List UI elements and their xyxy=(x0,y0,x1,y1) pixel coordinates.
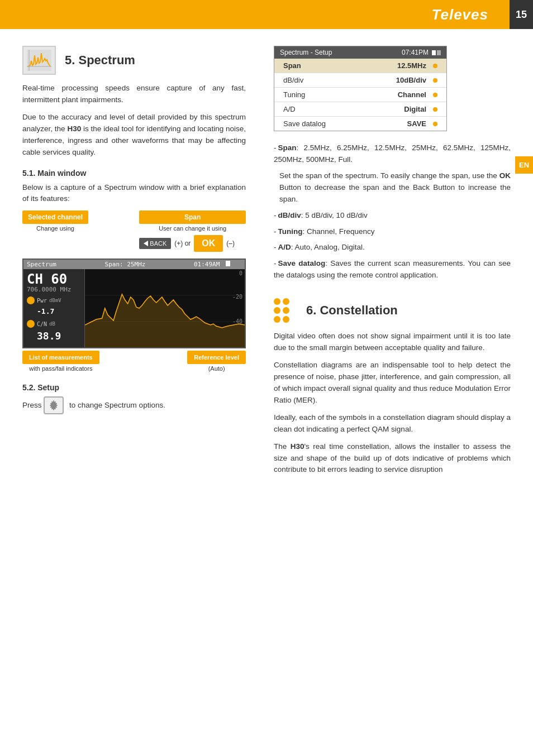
reflevel-label: Reference level xyxy=(187,351,246,364)
annotation-row-top: Selected channel Change using Span User … xyxy=(22,210,246,256)
setup-desc-row: Press to change Spectrum options. xyxy=(22,396,246,414)
setup-row-value: SAVE xyxy=(407,119,426,128)
setup-row-label: Tuning xyxy=(283,90,305,99)
spectrum-screen: Spectrum Span: 25MHz 01:49AM CH xyxy=(22,259,246,348)
button-row: BACK (+) or OK (–) xyxy=(139,235,246,252)
setup-desc-text: to change Spectrum options. xyxy=(69,401,165,409)
channel-number: CH 60 xyxy=(27,272,81,286)
page-header: Televes 15 xyxy=(0,0,533,29)
section6-para3: Ideally, each of the symbols in a conste… xyxy=(274,412,511,436)
right-column: Spectrum - Setup 07:41PM Span 12.5MHz dB… xyxy=(263,29,533,492)
reflevel-sub-label: (Auto) xyxy=(187,365,246,372)
list-label: List of measurements xyxy=(22,351,99,364)
setup-row-value: Digital xyxy=(404,105,426,113)
span-label: Span xyxy=(139,210,246,224)
setup-row-tuning: Tuning Channel xyxy=(274,88,446,102)
cn-value: 38.9 xyxy=(37,330,61,342)
section6-para4-suffix: 's real time constellation, allows the i… xyxy=(274,442,511,474)
back-button[interactable]: BACK xyxy=(139,238,171,249)
db-label-minus20: -20 xyxy=(232,294,242,300)
c-dot-empty xyxy=(292,307,298,314)
cn-icon xyxy=(27,320,35,328)
battery-icon xyxy=(226,261,241,266)
back-arrow-icon xyxy=(144,241,148,246)
page-number: 15 xyxy=(510,0,533,29)
setup-row-a/d: A/D Digital xyxy=(274,102,446,117)
battery-icon-2 xyxy=(432,50,441,55)
spectrum-span-label: Span: 25MHz xyxy=(105,261,146,268)
spectrum-screen-header: Spectrum Span: 25MHz 01:49AM xyxy=(23,260,245,269)
setup-table-time-area: 07:41PM xyxy=(402,49,441,56)
bullet-save-datalog: -Save datalog: Saves the current scan me… xyxy=(274,258,511,281)
setup-row-value-area: SAVE xyxy=(407,119,437,128)
c-dot xyxy=(283,316,289,323)
setup-row-value: Channel xyxy=(398,90,426,99)
setup-row-span: Span 12.5MHz xyxy=(274,59,446,73)
db-label-0: 0 xyxy=(239,270,242,276)
plus-label: (+) or xyxy=(174,240,191,247)
section6-title: 6. Constellation xyxy=(306,303,398,318)
setup-row-value: 12.5MHz xyxy=(397,61,426,70)
section6-para1: Digital video often does not show signal… xyxy=(274,331,511,354)
spectrum-time: 01:49AM xyxy=(194,261,241,268)
spectrum-waveform-icon xyxy=(27,50,51,71)
subsection51-desc: Below is a capture of a Spectrum window … xyxy=(22,182,246,205)
pwr-label: Pwr xyxy=(37,298,47,304)
change-using-label: Change using xyxy=(22,225,88,232)
list-annotation: List of measurements with pass/fail indi… xyxy=(22,351,99,372)
selected-channel-label: Selected channel xyxy=(22,210,88,224)
c-dot-empty xyxy=(292,316,298,323)
setup-row-db/div: dB/div 10dB/div xyxy=(274,73,446,88)
left-column: 5. Spectrum Real-time processing speeds … xyxy=(0,29,263,492)
setup-row-value-area: 10dB/div xyxy=(396,76,437,84)
minus-label: (–) xyxy=(226,240,235,247)
db-label-minus40: -40 xyxy=(232,318,242,324)
spectrum-icon-box xyxy=(22,46,56,75)
spectrum-time-value: 01:49AM xyxy=(194,261,220,268)
svg-marker-7 xyxy=(85,294,245,347)
setup-row-value-area: Channel xyxy=(398,90,437,99)
setup-row-dot xyxy=(433,107,437,112)
setup-table-time: 07:41PM xyxy=(402,49,429,56)
pwr-stat: Pwr dBmV xyxy=(27,296,81,304)
c-dot xyxy=(283,307,289,314)
cn-label: C/N xyxy=(37,321,47,327)
pwr-unit: dBmV xyxy=(49,298,61,303)
setup-row-label: Save datalog xyxy=(283,119,326,128)
section5-header: 5. Spectrum xyxy=(22,46,246,75)
setup-press-label: Press xyxy=(22,401,42,409)
setup-row-label: Span xyxy=(283,61,301,70)
cn-stat: C/N dB xyxy=(27,320,81,328)
pwr-value: -1.7 xyxy=(37,307,54,315)
back-button-label: BACK xyxy=(150,240,166,247)
spectrum-screen-body: CH 60 706.0000 MHz Pwr dBmV -1.7 C/N xyxy=(23,269,245,347)
section5-para2-suffix: is the ideal tool for identifying and lo… xyxy=(22,125,246,156)
language-badge: EN xyxy=(515,156,533,174)
section5-para2: Due to the accuracy and level of detail … xyxy=(22,112,246,159)
cn-unit: dB xyxy=(49,321,55,327)
setup-row-dot xyxy=(433,78,437,83)
c-dot xyxy=(274,316,280,323)
spectrum-chart: 0 -20 -40 xyxy=(85,269,245,347)
c-dot xyxy=(274,307,280,314)
setup-button-icon xyxy=(44,396,64,414)
bullet-tuning: -Tuning: Channel, Frequency xyxy=(274,226,511,238)
setup-table-header: Spectrum - Setup 07:41PM xyxy=(274,46,446,59)
bullet-span-extra: Set the span of the spectrum. To easily … xyxy=(274,170,511,205)
setup-row-label: A/D xyxy=(283,105,296,113)
spectrum-info-panel: CH 60 706.0000 MHz Pwr dBmV -1.7 C/N xyxy=(23,269,85,347)
bullet-span: -Span: 2.5MHz, 6.25MHz, 12.5MHz, 25MHz, … xyxy=(274,142,511,166)
channel-freq: 706.0000 MHz xyxy=(27,286,81,293)
setup-row-dot xyxy=(433,64,437,68)
right-bullet-list: -Span: 2.5MHz, 6.25MHz, 12.5MHz, 25MHz, … xyxy=(274,142,511,281)
constellation-icon xyxy=(274,298,298,323)
section6: 6. Constellation Digital video often doe… xyxy=(274,298,511,476)
section6-header: 6. Constellation xyxy=(274,298,511,323)
gear-icon xyxy=(47,399,60,412)
setup-table-title: Spectrum - Setup xyxy=(280,49,332,56)
setup-row-label: dB/div xyxy=(283,76,303,84)
h30-bold-2: H30 xyxy=(291,442,304,451)
setup-row-value-area: Digital xyxy=(404,105,437,113)
pwr-icon xyxy=(27,296,35,304)
ok-button[interactable]: OK xyxy=(194,235,223,252)
